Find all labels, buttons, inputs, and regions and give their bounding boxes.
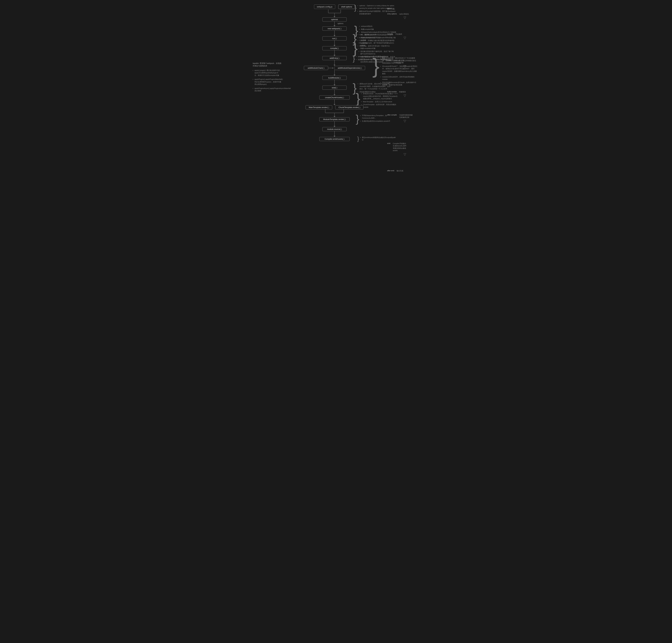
compile-section: compile( ) } •run触发compile，接下来就是开始构建opti… — [283, 46, 386, 50]
node-run: run( ) — [322, 36, 346, 40]
line-to-moduletemplate — [333, 113, 335, 117]
arrow-6: ▽ — [390, 153, 419, 156]
converge-lines — [328, 10, 341, 13]
node-addmodulechain: addModuleChain( ) — [304, 66, 328, 70]
node-createchunkassets: createChunkAssets( ) — [319, 95, 350, 99]
top-nodes: webpack.config.js shell options — [314, 4, 355, 9]
converge-to-module — [325, 109, 344, 113]
tapable-item-1: apply(),plugin(): 通过各自插件中的apply方法调用tapab… — [253, 69, 281, 77]
tapable-item-2: applyPlugins(),applyPluginsWaterfall(): … — [253, 78, 281, 86]
left-panel: tapable: 贯穿整个webpack，实现插件绑定与调用的库 apply()… — [253, 4, 283, 172]
event-after-emit: after-emit 输出完成 — [387, 169, 419, 172]
node-shell-options: shell options — [338, 4, 355, 9]
node-buildmodule: buildModule( ) — [322, 76, 346, 80]
options-label: options — [338, 22, 343, 25]
note-moduletemplate: } •不同的dependencyTemplates，如CommonJs,AMD.… — [356, 114, 396, 124]
note-optimist-text: •optimist：Optimist is a node.js library … — [357, 4, 396, 16]
note-optimist: } •optimist：Optimist is a node.js librar… — [354, 4, 396, 16]
arrow-1: ▽ — [390, 16, 419, 20]
node-optimist: optimist — [322, 17, 346, 22]
tapable-title: tapable: 贯穿整个webpack，实现插件绑定与调用的库 — [253, 62, 281, 67]
modulesource-section: module.source( ) — [283, 127, 386, 131]
note-emitassets: } •通过emitAssets将最终的js输出到output的path中 — [357, 136, 396, 142]
node-moduletemplate-render: ModuleTemplate.render( ) — [319, 117, 350, 121]
node-new-webpack: new webpack( ) — [322, 26, 346, 31]
line-to-compile — [333, 40, 335, 46]
line-to-seal — [333, 80, 335, 86]
flow-diagram: webpack.config.js shell options } •optim… — [283, 4, 386, 172]
render-nodes-section: MainTemplate.render( ) ChunkTemplate.ren… — [283, 105, 386, 109]
line-to-modulesource — [333, 121, 335, 127]
line-to-addmodulechain — [333, 60, 335, 66]
line-to-renders — [333, 99, 335, 105]
arrow-to-dependencies — [328, 68, 333, 68]
new-webpack-section: new webpack( ) } •webpack初始化 •构建compiler… — [283, 26, 386, 31]
brace-optimist: } — [354, 4, 357, 11]
seal-section: seal( ) } •调用seal方法封装，逐次对每个module和chunk进… — [283, 86, 386, 90]
addentry-section: addEntry( ) } •compile中触发make事件并调用addEnt… — [283, 56, 386, 60]
node-webpack-config: webpack.config.js — [314, 4, 335, 9]
note-moduledeps: } •解析入口js文件，通过对应的工厂方法创建模块，保存到compilation… — [372, 57, 418, 87]
node-chunktemplate-render: ChunkTemplate.render( ) — [335, 105, 364, 109]
line-to-createchunkassets — [333, 90, 335, 95]
line-to-optimist — [333, 13, 335, 17]
emitassets-section: Compiler.emitAssets( ) } •通过emitAssets将最… — [283, 137, 386, 141]
line-to-addentry — [333, 50, 335, 56]
createchunkassets-section: createChunkAssets( ) } •所有的module，chunk仍… — [283, 95, 386, 99]
node-module-source: module.source( ) — [322, 127, 346, 131]
line-to-buildmodule — [333, 70, 335, 76]
event-emit: emit Compiler开始输出生成的assets,插件有最后的机会修改ass… — [387, 141, 419, 153]
tapable-item-3: applyPluginsAsync(),applyPluginsAsyncWat… — [253, 87, 281, 92]
node-compile: compile( ) — [322, 46, 346, 50]
node-compiler-emitassets: Compiler.emitAssets( ) — [319, 137, 350, 141]
line-to-emitassets — [333, 131, 335, 137]
node-seal: seal( ) — [322, 86, 346, 90]
twin-module-nodes: addModuleChain( ) addModuleDependencies(… — [304, 66, 365, 70]
moduletemplate-section: ModuleTemplate.render( ) } •不同的dependenc… — [283, 117, 386, 121]
buildmodule-section: buildModule( ) — [283, 76, 386, 80]
node-addmoduledependencies: addModuleDependencies( ) — [334, 66, 365, 70]
module-chain-section: addModuleChain( ) addModuleDependencies(… — [283, 66, 386, 70]
run-section: run( ) } •run()：编译的入口方法 •compiler具体划分为两个… — [283, 36, 386, 40]
node-addentry: addEntry( ) — [322, 56, 346, 60]
line-to-run — [333, 31, 335, 36]
tapable-list: apply(),plugin(): 通过各自插件中的apply方法调用tapab… — [253, 69, 281, 92]
node-maintemplate-render: MainTemplate.render( ) — [306, 105, 332, 109]
